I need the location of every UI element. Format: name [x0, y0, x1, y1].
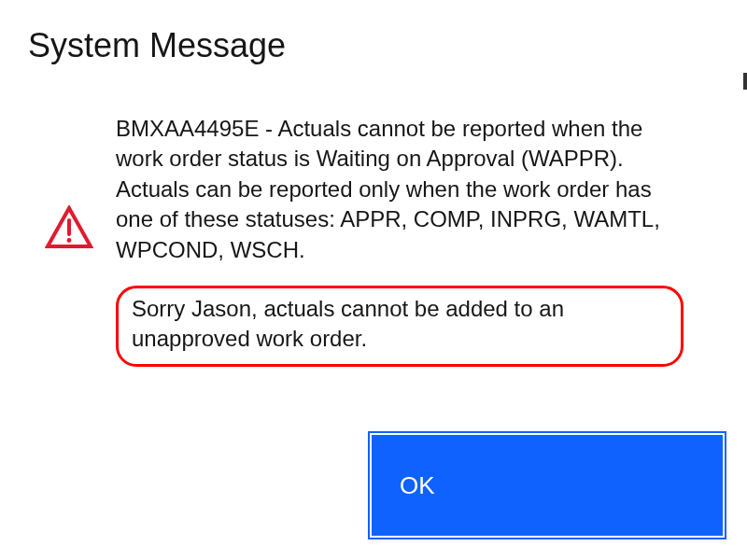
dialog-title: System Message	[28, 26, 725, 65]
system-message-dialog: System Message BMXAA4495E - Actuals cann…	[0, 0, 747, 560]
warning-icon	[45, 205, 93, 250]
svg-point-1	[67, 238, 72, 243]
ok-button-label: OK	[400, 471, 435, 500]
message-primary: BMXAA4495E - Actuals cannot be reported …	[116, 114, 684, 265]
ok-button[interactable]: OK	[370, 433, 725, 538]
scrollbar-tick	[743, 73, 747, 90]
message-secondary: Sorry Jason, actuals cannot be added to …	[116, 286, 684, 367]
dialog-content: BMXAA4495E - Actuals cannot be reported …	[22, 114, 725, 367]
icon-column	[22, 114, 116, 250]
message-column: BMXAA4495E - Actuals cannot be reported …	[116, 114, 721, 367]
